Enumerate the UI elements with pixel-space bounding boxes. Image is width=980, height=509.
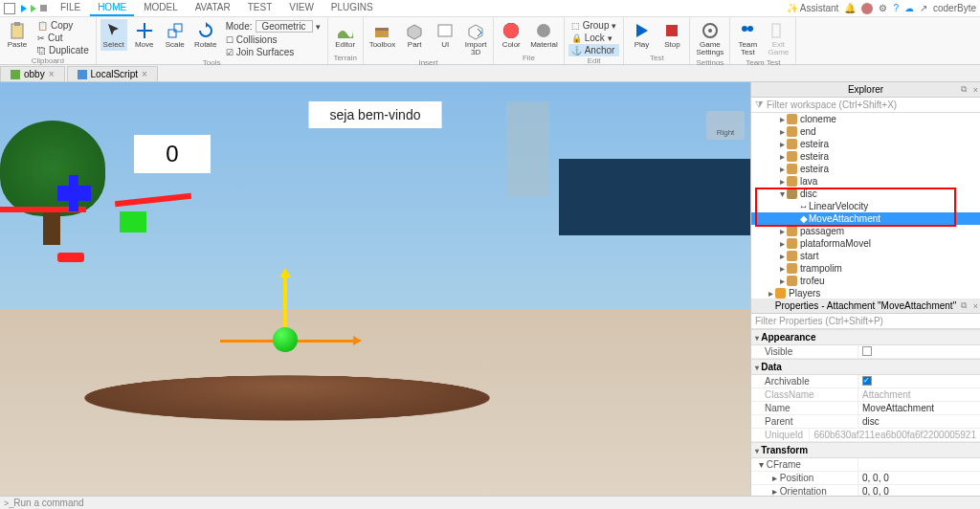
properties-filter[interactable]: Filter Properties (Ctrl+Shift+P) [751,314,980,329]
tree-item[interactable]: ▸passagem [751,225,980,237]
green-block [120,211,146,232]
stop-button[interactable]: Stop [658,19,685,51]
part-button[interactable]: Part [401,19,428,51]
tree-item[interactable]: ▸start [751,250,980,262]
cut-button[interactable]: ✂ Cut [34,32,92,44]
play-alt-icon[interactable] [31,5,36,12]
red-beam [115,193,191,207]
menu-plugins[interactable]: PLUGINS [323,0,381,16]
anchor-button[interactable]: ⚓ Anchor [568,44,620,56]
tree-item[interactable]: ▸esteira [751,163,980,175]
menu-avatar[interactable]: AVATAR [188,0,238,16]
avatar-icon[interactable] [861,3,873,14]
assistant-label[interactable]: ✨ Assistant [787,3,839,13]
tree-item[interactable]: ▸Players [751,287,980,299]
play-button[interactable]: Play [628,19,655,51]
share-icon[interactable]: ↗ [920,3,927,13]
prop-orientation[interactable]: ▸ Orientation0, 0, 0 [751,485,980,496]
cat-appearance[interactable]: Appearance [751,329,980,345]
close-icon[interactable]: × [973,301,978,311]
tree-item[interactable]: ▾disc [751,188,980,200]
menu-test[interactable]: TEST [240,0,280,16]
close-icon[interactable]: × [973,85,978,95]
menu-model[interactable]: MODEL [136,0,186,16]
game-settings-button[interactable]: Game Settings [694,19,725,58]
group-button[interactable]: ⬚ Group ▾ [568,19,620,32]
prop-archivable[interactable]: Archivable [751,375,980,388]
popout-icon[interactable]: ⧉ [961,84,967,95]
building-prop [506,101,549,197]
prop-parent[interactable]: Parentdisc [751,415,980,429]
prop-classname: ClassNameAttachment [751,388,980,402]
svg-point-14 [747,26,753,32]
tree-item[interactable]: ▸esteira [751,138,980,150]
close-icon[interactable]: × [142,69,147,79]
toolbox-button[interactable]: Toolbox [368,19,398,51]
trunk-prop [43,207,60,245]
tree-item[interactable]: ◆MoveAttachment [751,212,980,225]
copy-button[interactable]: 📋 Copy [34,19,92,32]
settings-icon[interactable]: ⚙ [879,3,887,13]
rotate-button[interactable]: Rotate [192,19,219,51]
import-button[interactable]: Import 3D [462,19,489,58]
tree-item[interactable]: ▸trofeu [751,275,980,287]
select-button[interactable]: Select [100,19,127,51]
material-button[interactable]: Material [528,19,559,51]
stop-icon[interactable] [40,5,47,11]
prop-name[interactable]: NameMoveAttachment [751,402,980,415]
prop-visible[interactable]: Visible [751,345,980,359]
move-button[interactable]: Move [131,19,158,51]
join-toggle[interactable]: ☑ Join Surfaces [223,46,323,58]
username[interactable]: coderByte [933,3,976,13]
tree-item[interactable]: ▸plataformaMovel [751,237,980,250]
notif-icon[interactable]: 🔔 [844,3,856,13]
camera-widget[interactable]: Right [706,111,745,140]
svg-point-8 [503,23,519,38]
svg-rect-2 [168,30,176,37]
cat-data[interactable]: Data [751,359,980,375]
tree-item[interactable]: ▸end [751,125,980,138]
tree-item[interactable]: ▸trampolim [751,262,980,275]
prop-uniqueid: UniqueId660b630af211ea6b00fa6f2200005921 [751,429,980,442]
tree-item[interactable]: ▸cloneme [751,113,980,125]
menu-home[interactable]: HOME [90,0,134,16]
svg-point-9 [537,24,550,37]
menu-file[interactable]: FILE [53,0,88,16]
tree-item[interactable]: ▸esteira [751,150,980,163]
color-button[interactable]: Color [498,19,524,51]
paste-button[interactable]: Paste [4,19,31,51]
scale-button[interactable]: Scale [162,19,189,51]
tree-item[interactable]: ▸lava [751,175,980,188]
tree-item[interactable]: ↔LinearVelocity [751,200,980,212]
team-test-button[interactable]: Team Test [734,19,761,58]
ui-button[interactable]: UI [432,19,458,51]
cat-transform[interactable]: Transform [751,442,980,458]
group-test: Test [628,54,685,62]
lock-button[interactable]: 🔒 Lock ▾ [568,32,620,44]
editor-button[interactable]: Editor [332,19,359,51]
dup-button[interactable]: ⿻ Duplicate [34,44,92,56]
prop-position[interactable]: ▸ Position0, 0, 0 [751,472,980,485]
group-file: File [498,54,559,62]
tab-obby[interactable]: obby × [0,66,65,81]
gizmo-origin[interactable] [273,327,298,352]
popout-icon[interactable]: ⧉ [961,300,967,311]
viewport-3d[interactable]: seja bem-vindo 0 Right [0,82,750,496]
play-icon[interactable] [21,5,27,12]
tab-localscript[interactable]: LocalScript × [67,66,158,81]
menu-view[interactable]: VIEW [281,0,322,16]
explorer-tree[interactable]: ▸cloneme▸end▸esteira▸esteira▸esteira▸lav… [751,113,980,299]
properties-body[interactable]: Appearance Visible Data Archivable Class… [751,329,980,496]
cloud-icon[interactable]: ☁ [904,3,914,13]
collisions-toggle[interactable]: ☐ Collisions [223,33,323,46]
prop-cframe[interactable]: ▾ CFrame [751,458,980,472]
help-icon[interactable]: ? [893,3,899,13]
group-edit: Edit [568,56,620,65]
svg-rect-6 [438,25,452,36]
svg-rect-0 [11,24,23,38]
disc-side [91,414,483,457]
explorer-filter[interactable]: ⧩Filter workspace (Ctrl+Shift+X) [751,98,980,113]
command-bar[interactable]: >_ Run a command [0,496,980,509]
close-icon[interactable]: × [49,69,55,79]
mode-select[interactable]: Mode: Geometric ▾ [223,19,323,33]
